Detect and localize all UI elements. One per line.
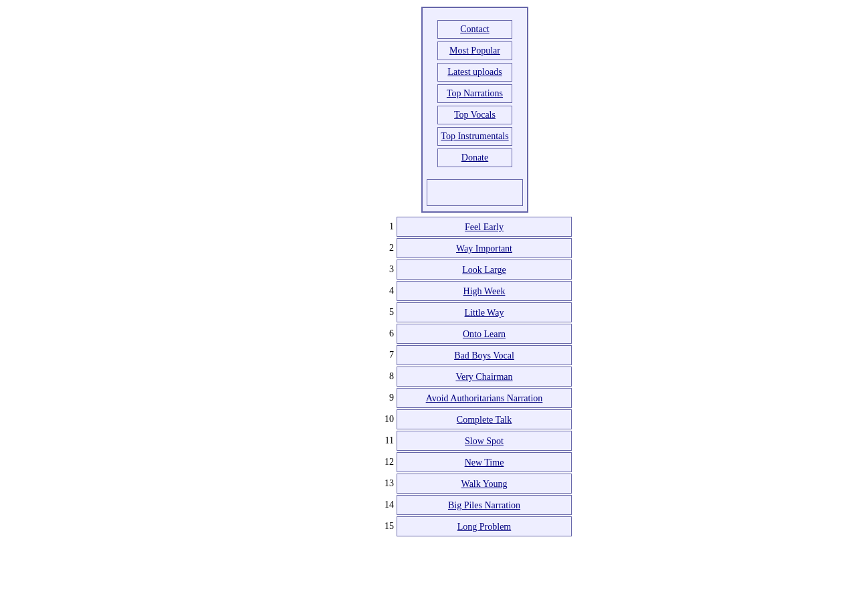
rank-link-cell: Complete Talk: [397, 409, 572, 429]
rank-link[interactable]: Big Piles Narration: [448, 500, 520, 510]
most-popular-box: [427, 179, 523, 206]
rank-number: 3: [378, 260, 397, 280]
page-wrapper: ContactMost PopularLatest uploadsTop Nar…: [0, 0, 856, 538]
rank-number: 4: [378, 281, 397, 301]
rank-link-cell: Slow Spot: [397, 431, 572, 451]
rank-link[interactable]: Onto Learn: [463, 329, 506, 339]
table-row: 10Complete Talk: [378, 409, 572, 429]
rank-link-cell: Bad Boys Vocal: [397, 345, 572, 365]
nav-link-top-narrations[interactable]: Top Narrations: [437, 84, 512, 103]
rank-number: 6: [378, 324, 397, 344]
rank-link[interactable]: High Week: [463, 286, 506, 296]
table-row: 7Bad Boys Vocal: [378, 345, 572, 365]
nav-link-most-popular[interactable]: Most Popular: [437, 41, 512, 60]
table-row: 4High Week: [378, 281, 572, 301]
rank-link[interactable]: Look Large: [462, 265, 506, 275]
rank-link[interactable]: Little Way: [465, 308, 504, 318]
rank-link-cell: Very Chairman: [397, 367, 572, 387]
rank-link[interactable]: Feel Early: [465, 222, 504, 232]
nav-link-top-instrumentals[interactable]: Top Instrumentals: [437, 127, 512, 146]
rank-number: 13: [378, 474, 397, 494]
rank-number: 14: [378, 495, 397, 515]
rank-number: 9: [378, 388, 397, 408]
rank-link[interactable]: Avoid Authoritarians Narration: [426, 393, 543, 403]
rank-number: 10: [378, 409, 397, 429]
nav-links-container: ContactMost PopularLatest uploadsTop Nar…: [437, 20, 512, 170]
nav-link-top-vocals[interactable]: Top Vocals: [437, 106, 512, 124]
rank-link-cell: High Week: [397, 281, 572, 301]
table-row: 9Avoid Authoritarians Narration: [378, 388, 572, 408]
rank-link-cell: Little Way: [397, 302, 572, 322]
rank-link[interactable]: Slow Spot: [465, 436, 504, 446]
table-row: 6Onto Learn: [378, 324, 572, 344]
table-row: 14Big Piles Narration: [378, 495, 572, 515]
rank-number: 1: [378, 217, 397, 237]
rank-number: 5: [378, 302, 397, 322]
rank-link[interactable]: Very Chairman: [455, 372, 512, 382]
rank-link-cell: Walk Young: [397, 474, 572, 494]
rank-number: 15: [378, 516, 397, 536]
rank-link[interactable]: Long Problem: [457, 522, 512, 532]
rank-link-cell: Onto Learn: [397, 324, 572, 344]
rank-link[interactable]: Bad Boys Vocal: [454, 350, 514, 361]
table-row: 5Little Way: [378, 302, 572, 322]
rank-number: 8: [378, 367, 397, 387]
rank-link-cell: Look Large: [397, 260, 572, 280]
rank-link[interactable]: Walk Young: [461, 479, 508, 489]
rankings-section: 1Feel Early2Way Important3Look Large4Hig…: [378, 217, 572, 538]
rank-number: 2: [378, 238, 397, 258]
table-row: 11Slow Spot: [378, 431, 572, 451]
rank-link-cell: Way Important: [397, 238, 572, 258]
rank-link[interactable]: Way Important: [456, 243, 512, 253]
nav-link-latest-uploads[interactable]: Latest uploads: [437, 63, 512, 82]
main-nav-container: ContactMost PopularLatest uploadsTop Nar…: [421, 7, 528, 213]
rank-link-cell: Big Piles Narration: [397, 495, 572, 515]
nav-link-contact[interactable]: Contact: [437, 20, 512, 39]
table-row: 3Look Large: [378, 260, 572, 280]
table-row: 8Very Chairman: [378, 367, 572, 387]
table-row: 1Feel Early: [378, 217, 572, 237]
rank-link-cell: New Time: [397, 452, 572, 472]
table-row: 13Walk Young: [378, 474, 572, 494]
rank-number: 11: [378, 431, 397, 451]
rank-link-cell: Avoid Authoritarians Narration: [397, 388, 572, 408]
rank-link-cell: Long Problem: [397, 516, 572, 536]
rank-link[interactable]: New Time: [465, 457, 504, 468]
nav-link-donate[interactable]: Donate: [437, 148, 512, 167]
table-row: 15Long Problem: [378, 516, 572, 536]
rank-link-cell: Feel Early: [397, 217, 572, 237]
table-row: 2Way Important: [378, 238, 572, 258]
rank-number: 12: [378, 452, 397, 472]
rank-number: 7: [378, 345, 397, 365]
rank-link[interactable]: Complete Talk: [457, 415, 512, 425]
table-row: 12New Time: [378, 452, 572, 472]
